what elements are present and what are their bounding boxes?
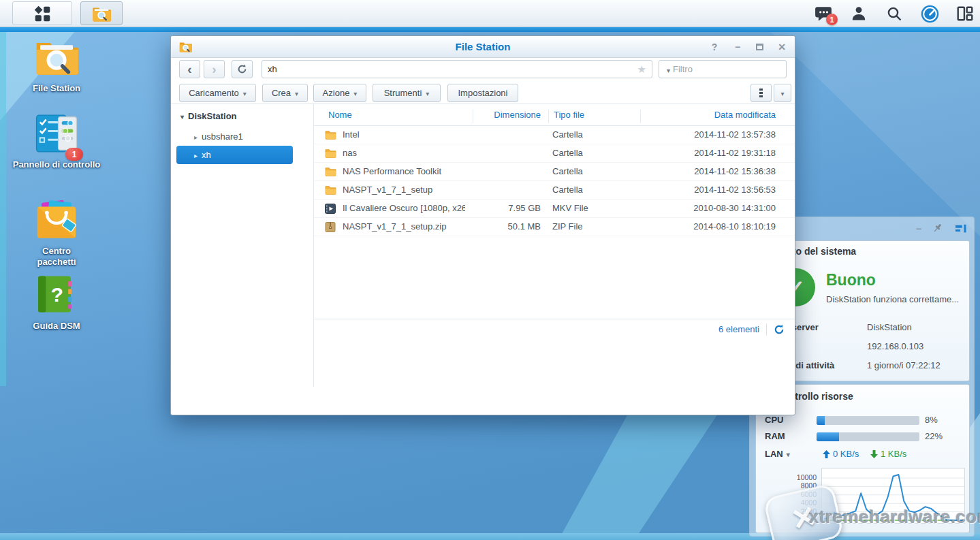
file-date: 2014-08-10 18:10:19: [633, 221, 776, 232]
window-content: DiskStation usbshare1 xh Nome Dimensione…: [171, 104, 795, 387]
path-input[interactable]: [268, 64, 637, 74]
expand-arrow-icon[interactable]: [194, 131, 197, 142]
column-divider[interactable]: [473, 110, 473, 123]
desktop-icon-label: File Station: [5, 83, 108, 94]
caret-down-icon: [426, 88, 429, 98]
file-size: 7.95 GB: [466, 203, 541, 213]
footer-divider: [766, 323, 767, 336]
window-controls: [710, 36, 787, 58]
refresh-list-button[interactable]: [774, 324, 785, 335]
system-status-value: Buono: [826, 271, 876, 289]
lan-download: 1 KB/s: [870, 449, 906, 459]
refresh-icon: [237, 64, 247, 74]
search-button[interactable]: [885, 4, 904, 23]
y-tick: 0: [774, 515, 817, 524]
notifications-button[interactable]: 1: [814, 4, 833, 23]
server-name-value: DiskStation: [867, 322, 912, 332]
widget-minimize-button[interactable]: [916, 223, 921, 234]
view-options-button[interactable]: [774, 84, 791, 102]
widgets-button[interactable]: [955, 4, 975, 23]
desktop-icon-control-panel[interactable]: 1 Pannello di controllo: [5, 113, 108, 170]
caret-down-icon: [295, 88, 298, 98]
taskbar-file-station-button[interactable]: [80, 1, 123, 25]
lan-upload-value: 0 KB/s: [833, 449, 859, 459]
notification-badge: 1: [826, 14, 838, 25]
file-station-icon: [35, 37, 78, 79]
file-date: 2014-11-02 13:56:53: [633, 185, 776, 195]
video-file-icon: [325, 204, 337, 214]
panel-layout-icon[interactable]: [955, 223, 967, 234]
column-divider[interactable]: [640, 110, 641, 123]
lan-label: LAN: [765, 449, 783, 459]
action-menu-button[interactable]: Azione: [313, 84, 366, 102]
column-header-size[interactable]: Dimensione: [466, 110, 541, 120]
desktop-icon-label: Pannello di controllo: [5, 159, 108, 170]
resource-monitor-button[interactable]: [920, 4, 939, 23]
y-tick: 8000: [774, 481, 817, 490]
forward-icon: [212, 62, 216, 77]
file-row[interactable]: Il Cavaliere Oscuro [1080p, x264 7.95 GB…: [314, 200, 795, 218]
ram-bar: [817, 432, 919, 441]
cpu-bar-fill: [817, 416, 825, 425]
file-row[interactable]: NASPT_v1_7_1_setup.zip 50.1 MB ZIP File …: [314, 218, 795, 236]
file-station-window: File Station: [170, 35, 795, 415]
zip-file-icon: [325, 222, 337, 232]
list-view-button[interactable]: [750, 84, 772, 102]
chart-y-axis: 10000 8000 6000 4000 2000 0: [774, 473, 817, 524]
create-menu-button[interactable]: Crea: [262, 84, 308, 102]
settings-button[interactable]: Impostazioni: [447, 84, 518, 102]
filter-box[interactable]: [659, 60, 787, 78]
file-name: Intel: [343, 129, 465, 140]
desktop-icon-dsm-help[interactable]: ? Guida DSM: [5, 274, 108, 332]
tree-item-usbshare1[interactable]: usbshare1: [194, 131, 243, 142]
back-icon: [187, 62, 191, 77]
column-header-name[interactable]: Nome: [328, 110, 352, 120]
button-label: Strumenti: [384, 88, 422, 98]
desktop-icon-label: Centro pacchetti: [29, 246, 84, 268]
y-tick: 2000: [774, 507, 817, 515]
back-button[interactable]: [179, 60, 200, 78]
minimize-button[interactable]: [733, 42, 742, 52]
collapse-arrow-icon[interactable]: [180, 111, 184, 121]
close-button[interactable]: [777, 42, 787, 52]
column-header-date[interactable]: Data modificata: [633, 110, 776, 120]
user-menu-button[interactable]: [849, 4, 868, 23]
refresh-button[interactable]: [232, 60, 253, 78]
action-toolbar: Caricamento Crea Azione Strumenti Impost…: [171, 81, 795, 104]
forward-button[interactable]: [204, 60, 225, 78]
upload-menu-button[interactable]: Caricamento: [179, 84, 256, 102]
arrow-up-icon: [823, 450, 830, 458]
file-row[interactable]: NASPT_v1_7_1_setup Cartella 2014-11-02 1…: [314, 181, 795, 200]
caret-down-icon: [780, 88, 784, 98]
tools-menu-button[interactable]: Strumenti: [373, 84, 441, 102]
main-menu-button[interactable]: [12, 1, 72, 25]
navigation-toolbar: [171, 58, 795, 81]
y-tick: 4000: [774, 498, 817, 507]
lan-selector[interactable]: LAN: [765, 449, 790, 459]
cpu-label: CPU: [765, 415, 783, 425]
tree-item-xh-selected[interactable]: xh: [176, 146, 293, 164]
filter-input[interactable]: [673, 64, 793, 74]
caret-down-icon: [787, 449, 790, 459]
column-divider[interactable]: [548, 110, 549, 123]
svg-text:?: ?: [51, 283, 63, 306]
filter-options-caret[interactable]: [667, 63, 670, 76]
expand-arrow-icon[interactable]: [194, 150, 197, 160]
main-menu-icon: [33, 5, 51, 22]
desktop-icon-label: Guida DSM: [5, 321, 108, 332]
window-titlebar[interactable]: File Station: [171, 36, 795, 58]
column-header-type[interactable]: Tipo file: [554, 110, 584, 120]
pin-icon[interactable]: [932, 223, 944, 234]
file-date: 2014-11-02 13:57:38: [633, 129, 776, 140]
file-row[interactable]: NAS Performance Toolkit Cartella 2014-11…: [314, 163, 795, 181]
file-row[interactable]: Intel Cartella 2014-11-02 13:57:38: [314, 126, 795, 144]
tree-root-diskstation[interactable]: DiskStation: [180, 111, 237, 121]
maximize-button[interactable]: [756, 44, 763, 50]
desktop-icon-file-station[interactable]: File Station: [5, 37, 108, 94]
bookmark-star-icon[interactable]: [637, 63, 646, 76]
path-bar[interactable]: [262, 60, 652, 78]
desktop-icon-package-center[interactable]: Centro pacchetti: [5, 200, 108, 268]
file-row[interactable]: nas Cartella 2014-11-02 19:31:18: [314, 144, 795, 163]
help-button[interactable]: [710, 42, 719, 52]
file-date: 2014-11-02 19:31:18: [633, 148, 776, 158]
